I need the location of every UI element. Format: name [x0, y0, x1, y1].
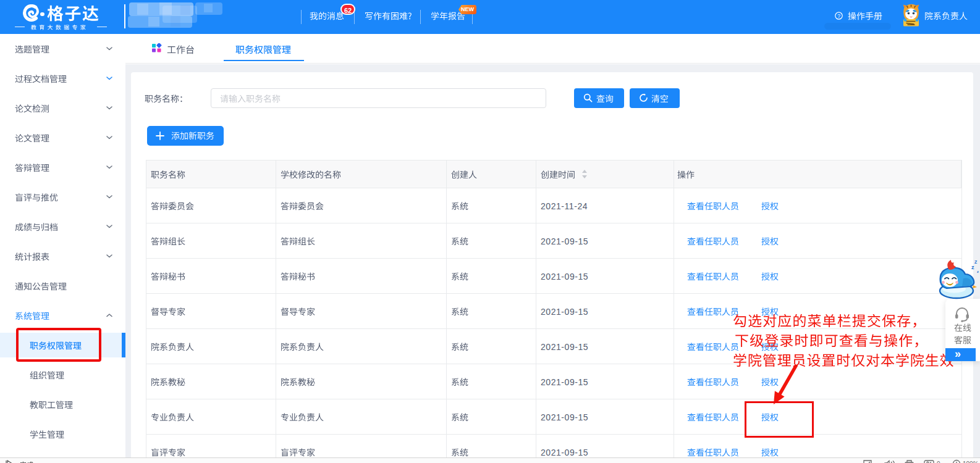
- svg-text:z: z: [971, 264, 974, 270]
- svg-text:100%: 100%: [963, 461, 979, 463]
- svg-text:?: ?: [837, 13, 840, 19]
- svg-text:Z: Z: [974, 260, 978, 264]
- svg-text:0: 0: [937, 461, 940, 463]
- svg-text:z: z: [977, 270, 979, 273]
